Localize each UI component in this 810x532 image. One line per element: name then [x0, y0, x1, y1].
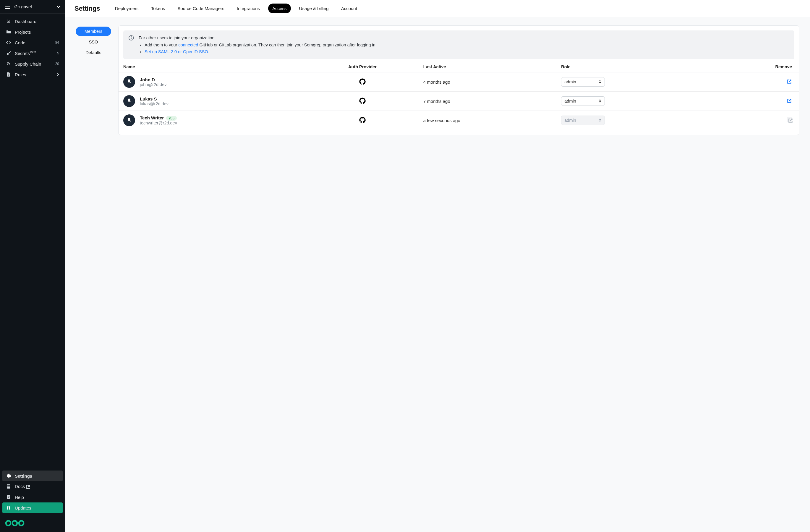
content: MembersSSODefaults For other users to jo…	[65, 17, 810, 143]
col-role: Role	[556, 62, 714, 72]
subnav-sso[interactable]: SSO	[76, 37, 111, 47]
tab-deployment[interactable]: Deployment	[111, 3, 143, 13]
info-box: For other users to join your organizatio…	[123, 30, 794, 59]
nav-label: Rules	[15, 72, 53, 77]
nav-label: Settings	[15, 473, 59, 479]
document-icon	[6, 72, 11, 77]
remove-member-button[interactable]	[787, 98, 792, 103]
member-name: Tech WriterYou	[140, 115, 177, 121]
member-name: Lukas S	[140, 96, 168, 101]
topbar: Settings DeploymentTokensSource Code Man…	[65, 0, 810, 17]
book-icon	[6, 484, 11, 489]
sidebar-item-projects[interactable]: Projects	[2, 27, 63, 37]
svg-point-13	[131, 37, 132, 37]
nav-label: Help	[15, 495, 59, 500]
select-arrows-icon	[599, 80, 602, 84]
sidebar-item-code[interactable]: Code 84	[2, 37, 63, 48]
github-icon	[359, 81, 366, 86]
last-active: a few seconds ago	[419, 111, 556, 130]
tab-integrations[interactable]: Integrations	[233, 3, 264, 13]
semgrep-logo-icon	[5, 519, 26, 527]
nav-label: Projects	[15, 30, 59, 35]
sidebar: r2c-gavel Dashboard Projects Code 84 Sec…	[0, 0, 65, 532]
sidebar-item-docs[interactable]: Docs	[2, 481, 63, 492]
sidebar-item-help[interactable]: ? Help	[2, 492, 63, 502]
sidebar-item-dashboard[interactable]: Dashboard	[2, 16, 63, 27]
svg-rect-8	[8, 507, 9, 510]
info-icon	[129, 35, 134, 40]
member-email: john@r2d.dev	[140, 82, 167, 87]
select-arrows-icon	[599, 118, 602, 122]
sidebar-item-updates[interactable]: Updates	[2, 502, 63, 513]
avatar	[123, 76, 135, 88]
role-select[interactable]: admin	[561, 96, 605, 106]
chart-icon	[6, 19, 11, 24]
folder-icon	[6, 29, 11, 35]
select-arrows-icon	[599, 99, 602, 103]
members-table: Name Auth Provider Last Active Role Remo…	[118, 62, 799, 130]
page-title: Settings	[75, 5, 100, 12]
nav-label: Supply Chain	[15, 62, 52, 67]
you-badge: You	[166, 116, 177, 121]
nav-label: Updates	[15, 505, 59, 511]
org-name: r2c-gavel	[14, 4, 53, 9]
tab-source-code-managers[interactable]: Source Code Managers	[173, 3, 228, 13]
subnav-defaults[interactable]: Defaults	[76, 48, 111, 57]
connected-link[interactable]: connected	[178, 43, 198, 47]
nav-count: 5	[57, 51, 59, 55]
tab-usage-billing[interactable]: Usage & billing	[295, 3, 333, 13]
last-active: 4 months ago	[419, 72, 556, 92]
nav-label: Secretsbeta	[15, 51, 53, 56]
nav-label: Docs	[15, 484, 59, 489]
chevron-right-icon	[57, 73, 59, 76]
link-icon	[6, 61, 11, 67]
sso-setup-link[interactable]: Set up SAML 2.0 or OpenID SSO.	[145, 49, 209, 54]
last-active: 7 months ago	[419, 92, 556, 111]
sidebar-item-secrets[interactable]: Secretsbeta 5	[2, 48, 63, 59]
nav-label: Code	[15, 40, 52, 45]
svg-point-10	[12, 521, 17, 526]
hamburger-icon[interactable]	[5, 5, 10, 9]
remove-member-button[interactable]	[787, 79, 792, 84]
subnav-members[interactable]: Members	[76, 27, 111, 36]
github-icon	[359, 100, 366, 105]
subnav: MembersSSODefaults	[76, 26, 111, 135]
table-row: John Djohn@r2d.dev4 months agoadmin	[118, 72, 799, 92]
sidebar-item-settings[interactable]: Settings	[2, 470, 63, 481]
avatar	[123, 95, 135, 107]
nav-label: Dashboard	[15, 19, 59, 24]
role-select: admin	[561, 116, 605, 125]
external-link-icon	[26, 485, 30, 489]
col-last: Last Active	[419, 62, 556, 72]
role-select[interactable]: admin	[561, 77, 605, 87]
nav-main: Dashboard Projects Code 84 Secretsbeta 5…	[0, 14, 65, 468]
nav-count: 84	[55, 40, 59, 45]
tab-tokens[interactable]: Tokens	[147, 3, 169, 13]
question-icon: ?	[6, 495, 11, 500]
col-auth: Auth Provider	[306, 62, 419, 72]
main: Settings DeploymentTokensSource Code Man…	[65, 0, 810, 532]
svg-rect-3	[7, 486, 10, 486]
table-row: Tech WriterYoutechwriter@r2d.deva few se…	[118, 111, 799, 130]
info-text: For other users to join your organizatio…	[139, 35, 377, 55]
svg-point-9	[6, 521, 11, 526]
tabs: DeploymentTokensSource Code ManagersInte…	[111, 3, 361, 13]
sidebar-item-rules[interactable]: Rules	[2, 69, 63, 80]
sidebar-item-supply-chain[interactable]: Supply Chain 20	[2, 59, 63, 69]
gift-icon	[6, 505, 11, 511]
avatar	[123, 114, 135, 126]
member-email: lukas@r2d.dev	[140, 101, 168, 106]
brand-logo	[0, 515, 65, 532]
org-switcher[interactable]: r2c-gavel	[0, 0, 65, 14]
tab-account[interactable]: Account	[337, 3, 361, 13]
nav-count: 20	[55, 62, 59, 66]
chevron-down-icon	[57, 6, 60, 8]
nav-bottom: Settings Docs ? Help Updates	[0, 468, 65, 515]
members-panel: For other users to join your organizatio…	[118, 26, 799, 135]
gear-icon	[6, 473, 11, 479]
svg-rect-2	[7, 485, 10, 486]
github-icon	[359, 119, 366, 124]
member-name: John D	[140, 77, 167, 82]
table-row: Lukas Slukas@r2d.dev7 months agoadmin	[118, 92, 799, 111]
tab-access[interactable]: Access	[268, 3, 291, 13]
